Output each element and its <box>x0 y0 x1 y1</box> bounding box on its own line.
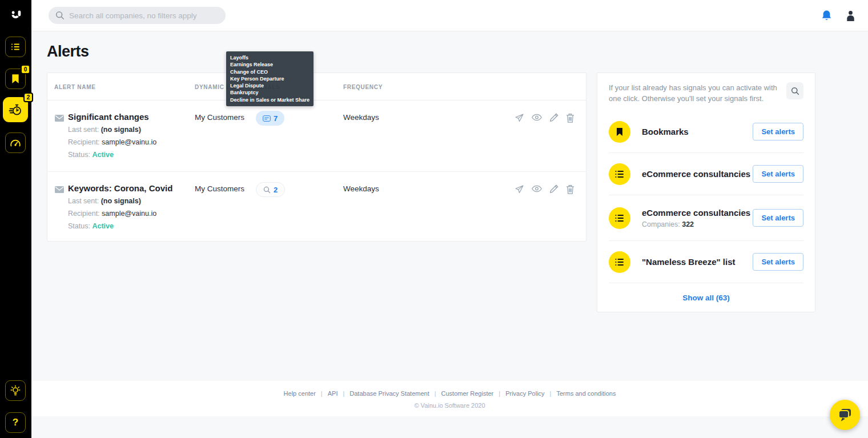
chat-widget-button[interactable] <box>830 400 860 430</box>
recipient-value: sample@vainu.io <box>102 138 156 146</box>
footer-separator: | <box>499 390 500 397</box>
edit-button[interactable] <box>549 113 558 123</box>
alert-title[interactable]: Keywords: Corona, Covid <box>68 184 172 193</box>
col-alert-name: ALERT NAME <box>54 84 96 90</box>
tooltip-item: Bankruptcy <box>230 89 310 96</box>
signals-pill[interactable]: 7 <box>256 111 284 126</box>
recipient-label: Recipient: <box>68 210 100 218</box>
sidebar-item-lists[interactable] <box>5 37 26 57</box>
signals-count: 2 <box>274 186 278 194</box>
set-alerts-button[interactable]: Set alerts <box>753 209 803 227</box>
bookmark-icon <box>616 127 624 136</box>
signals-pill[interactable]: 2 <box>256 182 285 197</box>
panel-search-button[interactable] <box>786 82 803 99</box>
list-icon <box>615 170 624 178</box>
tooltip-item: Decline in Sales or Market Share <box>230 97 310 103</box>
preview-button[interactable] <box>532 184 542 194</box>
footer-link-customer-register[interactable]: Customer Register <box>441 390 494 397</box>
tooltip-item: Earnings Release <box>230 61 310 68</box>
list-icon <box>615 214 624 222</box>
sidebar-item-bookmarks[interactable]: 0 <box>5 69 26 89</box>
delete-icon <box>566 113 574 123</box>
signal-types-tooltip: Layoffs Earnings Release Change of CEO K… <box>226 51 314 106</box>
sidebar-item-ideas[interactable] <box>5 380 26 401</box>
account-icon <box>846 10 855 21</box>
panel-intro-text: If your list already has signals you can… <box>609 82 780 104</box>
show-all-link[interactable]: Show all (63) <box>609 283 803 312</box>
search-input[interactable] <box>49 7 226 24</box>
signal-card-icon <box>263 115 271 122</box>
sidebar-item-help[interactable]: ? <box>5 412 26 433</box>
status-label: Status: <box>68 222 90 230</box>
footer-separator: | <box>550 390 552 397</box>
footer-separator: | <box>435 390 436 397</box>
tooltip-item: Key Person Departure <box>230 75 310 82</box>
footer-link-api[interactable]: API <box>328 390 338 397</box>
recipient-label: Recipient: <box>68 138 100 146</box>
last-sent-value: (no signals) <box>101 126 141 134</box>
list-icon <box>10 41 21 53</box>
col-frequency: FREQUENCY <box>343 84 383 90</box>
alert-title[interactable]: Significant changes <box>68 112 156 122</box>
send-icon <box>515 184 524 194</box>
sidebar-item-dashboard[interactable] <box>5 132 26 153</box>
footer-link-privacy-policy[interactable]: Privacy Policy <box>505 390 544 397</box>
list-item: "Nameless Breeze" list Set alerts <box>609 241 803 283</box>
delete-button[interactable] <box>566 113 574 123</box>
topbar-actions <box>821 10 855 22</box>
account-button[interactable] <box>846 10 855 21</box>
list-name: eCommerce consultancies <box>642 169 750 179</box>
table-header: ALERT NAME DYNAMIC LIST SIGNALS FREQUENC… <box>47 73 586 101</box>
list-name: eCommerce consultancies <box>642 208 750 218</box>
list-name: "Nameless Breeze" list <box>642 257 735 267</box>
recipient-value: sample@vainu.io <box>102 210 156 218</box>
send-icon <box>515 113 524 123</box>
sidebar-item-alerts-active[interactable]: 2 <box>3 97 28 122</box>
send-now-button[interactable] <box>515 113 524 123</box>
preview-button[interactable] <box>532 113 542 123</box>
set-alerts-button[interactable]: Set alerts <box>753 123 803 140</box>
edit-button[interactable] <box>549 184 558 194</box>
dynamic-list-value: My Customers <box>195 113 244 122</box>
list-avatar <box>609 251 630 273</box>
edit-icon <box>549 113 558 122</box>
alert-name-cell: Significant changes Last sent: (no signa… <box>55 112 156 159</box>
delete-icon <box>566 184 574 194</box>
signals-cell: 7 <box>256 111 284 126</box>
bookmark-icon <box>11 74 20 84</box>
signals-cell: 2 <box>256 182 285 197</box>
envelope-icon <box>55 185 64 231</box>
alerts-table: ALERT NAME DYNAMIC LIST SIGNALS FREQUENC… <box>47 73 586 242</box>
alert-name-cell: Keywords: Corona, Covid Last sent: (no s… <box>55 184 172 231</box>
topbar <box>31 0 868 31</box>
set-alerts-button[interactable]: Set alerts <box>753 165 803 183</box>
stopwatch-icon <box>8 102 23 117</box>
row-actions <box>515 184 574 194</box>
eye-icon <box>532 113 542 122</box>
status-badge: Active <box>92 151 114 159</box>
tooltip-item: Change of CEO <box>230 69 310 75</box>
edit-icon <box>549 184 558 194</box>
eye-icon <box>532 184 542 193</box>
page-title: Alerts <box>47 43 89 61</box>
bell-icon <box>821 10 832 22</box>
main-content: Alerts ALERT NAME DYNAMIC LIST SIGNALS F… <box>31 31 868 381</box>
vainu-logo[interactable] <box>0 0 31 31</box>
notifications-button[interactable] <box>821 10 832 22</box>
question-icon: ? <box>13 417 18 428</box>
list-name: Bookmarks <box>642 127 689 136</box>
footer-separator: | <box>343 390 344 397</box>
list-item: eCommerce consultancies Set alerts <box>609 153 803 195</box>
footer-link-terms[interactable]: Terms and conditions <box>556 390 616 397</box>
sidebar: 0 2 ? <box>0 0 31 438</box>
tooltip-item: Layoffs <box>230 54 310 61</box>
list-avatar <box>609 163 630 185</box>
delete-button[interactable] <box>566 184 574 194</box>
footer-link-database-privacy[interactable]: Database Privacy Statement <box>349 390 429 397</box>
footer-link-help-center[interactable]: Help center <box>284 390 316 397</box>
copyright: © Vainu.io Software 2020 <box>31 402 868 409</box>
search-icon <box>263 186 271 194</box>
set-alerts-button[interactable]: Set alerts <box>753 253 803 271</box>
footer: Help center|API|Database Privacy Stateme… <box>31 381 868 416</box>
send-now-button[interactable] <box>515 184 524 194</box>
